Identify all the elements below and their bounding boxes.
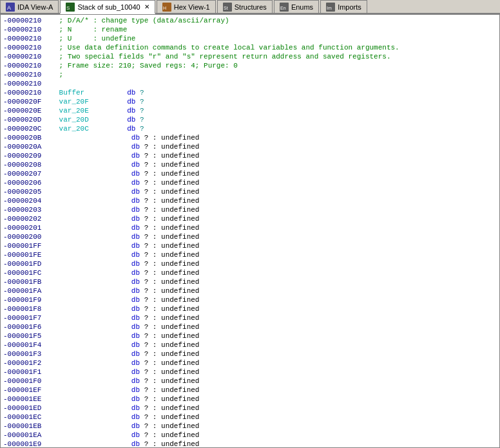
code-line-buffer: -00000210 Buffer db ?: [3, 88, 497, 97]
tab-label-structures: Structures: [235, 3, 267, 11]
code-view[interactable]: -00000210 ; D/A/* : change type (data/as…: [0, 14, 500, 448]
code-line-help5: -00000210 ; Frame size: 210; Saved regs:…: [3, 61, 497, 70]
tab-icon-structures: St: [223, 3, 232, 12]
entry-209: -00000209 db ? : undefined: [3, 151, 497, 160]
tab-hex-view[interactable]: H Hex View-1: [157, 0, 216, 13]
entry-1fe: -000001FE db ? : undefined: [3, 250, 497, 259]
tab-label-ida: IDA View-A: [17, 3, 53, 11]
entry-206: -00000206 db ? : undefined: [3, 178, 497, 187]
entry-1fb: -000001FB db ? : undefined: [3, 277, 497, 286]
entry-1f1: -000001F1 db ? : undefined: [3, 368, 497, 377]
entry-1e9: -000001E9 db ? : undefined: [3, 440, 497, 448]
code-line-help0: -00000210 ; D/A/* : change type (data/as…: [3, 16, 497, 25]
entry-1eb: -000001EB db ? : undefined: [3, 422, 497, 431]
entry-1f0: -000001F0 db ? : undefined: [3, 377, 497, 386]
tab-label-hex: Hex View-1: [174, 3, 210, 11]
entry-201: -00000201 db ? : undefined: [3, 223, 497, 232]
svg-text:A: A: [7, 5, 11, 11]
entry-1ee: -000001EE db ? : undefined: [3, 395, 497, 404]
tab-icon-imports: Im: [326, 3, 335, 12]
svg-text:H: H: [163, 6, 166, 10]
entry-1ea: -000001EA db ? : undefined: [3, 431, 497, 440]
svg-text:St: St: [224, 6, 228, 10]
entry-1f6: -000001F6 db ? : undefined: [3, 322, 497, 331]
entry-1f4: -000001F4 db ? : undefined: [3, 341, 497, 350]
entry-202: -00000202 db ? : undefined: [3, 214, 497, 223]
tab-imports[interactable]: Im Imports: [320, 0, 367, 13]
entry-1f7: -000001F7 db ? : undefined: [3, 313, 497, 322]
code-line-var20c: -0000020C var_20C db ?: [3, 124, 497, 133]
entry-1f9: -000001F9 db ? : undefined: [3, 295, 497, 304]
code-line-help6: -00000210 ;: [3, 70, 497, 79]
entry-1fc: -000001FC db ? : undefined: [3, 268, 497, 277]
tab-ida-view-a[interactable]: A IDA View-A: [0, 0, 59, 13]
tab-icon-ida: A: [6, 3, 15, 12]
entry-208: -00000208 db ? : undefined: [3, 160, 497, 169]
entry-1f3: -000001F3 db ? : undefined: [3, 350, 497, 359]
tab-enums[interactable]: En Enums: [274, 0, 319, 13]
tab-structures[interactable]: St Structures: [217, 0, 273, 13]
entry-1ef: -000001EF db ? : undefined: [3, 386, 497, 395]
svg-text:Im: Im: [327, 6, 332, 10]
tab-icon-hex: H: [162, 3, 171, 12]
entry-204: -00000204 db ? : undefined: [3, 196, 497, 205]
tab-close-stack[interactable]: ✕: [144, 3, 149, 10]
entry-207: -00000207 db ? : undefined: [3, 169, 497, 178]
entry-203: -00000203 db ? : undefined: [3, 205, 497, 214]
svg-text:En: En: [280, 6, 286, 10]
tab-icon-enums: En: [280, 3, 289, 12]
code-line-var20f: -0000020F var_20F db ?: [3, 97, 497, 106]
entry-20b: -0000020B db ? : undefined: [3, 133, 497, 142]
entry-1f8: -000001F8 db ? : undefined: [3, 304, 497, 313]
tab-stack-sub[interactable]: S Stack of sub_10040 ✕: [60, 0, 155, 14]
code-line-help2: -00000210 ; U : undefine: [3, 34, 497, 43]
tab-icon-stack: S: [66, 3, 75, 12]
entry-1f5: -000001F5 db ? : undefined: [3, 331, 497, 341]
code-line-help1: -00000210 ; N : rename: [3, 25, 497, 34]
entry-1ed: -000001ED db ? : undefined: [3, 404, 497, 413]
entry-1fa: -000001FA db ? : undefined: [3, 286, 497, 295]
svg-text:S: S: [66, 5, 70, 11]
tab-bar: A IDA View-A S Stack of sub_10040 ✕ H He…: [0, 0, 500, 14]
tab-label-enums: Enums: [291, 3, 313, 11]
entry-20a: -0000020A db ? : undefined: [3, 142, 497, 151]
entry-1ff: -000001FF db ? : undefined: [3, 241, 497, 250]
entry-205: -00000205 db ? : undefined: [3, 187, 497, 196]
code-line-help4: -00000210 ; Two special fields "r" and "…: [3, 52, 497, 61]
code-line-var20d: -0000020D var_20D db ?: [3, 115, 497, 124]
entry-1f2: -000001F2 db ? : undefined: [3, 359, 497, 368]
code-line-help3: -00000210 ; Use data definition commands…: [3, 43, 497, 52]
tab-label-stack: Stack of sub_10040: [77, 3, 140, 11]
entry-1ec: -000001EC db ? : undefined: [3, 413, 497, 422]
code-line-blank: -00000210: [3, 79, 497, 88]
entry-1fd: -000001FD db ? : undefined: [3, 259, 497, 268]
entry-200: -00000200 db ? : undefined: [3, 232, 497, 241]
tab-label-imports: Imports: [338, 3, 361, 11]
code-line-var20e: -0000020E var_20E db ?: [3, 106, 497, 115]
